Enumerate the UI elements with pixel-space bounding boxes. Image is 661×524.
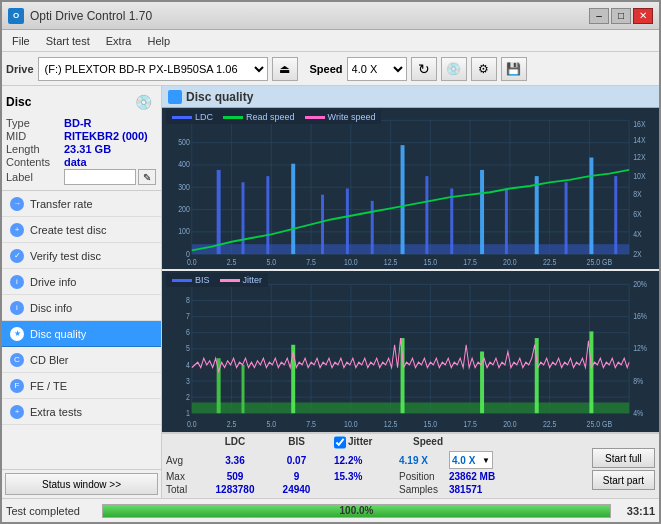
- disc-label-input[interactable]: [64, 169, 136, 185]
- nav-item-create-test-disc[interactable]: + Create test disc: [2, 217, 161, 243]
- svg-text:0.0: 0.0: [187, 419, 197, 429]
- verify-test-disc-icon: ✓: [10, 249, 24, 263]
- contents-value: data: [64, 156, 87, 168]
- menu-help[interactable]: Help: [139, 33, 178, 49]
- status-window-button[interactable]: Status window >>: [5, 473, 158, 495]
- svg-text:8X: 8X: [633, 189, 642, 199]
- total-label: Total: [166, 484, 201, 495]
- cd-bler-icon: C: [10, 353, 24, 367]
- svg-rect-22: [242, 182, 245, 254]
- start-part-button[interactable]: Start part: [592, 470, 655, 490]
- svg-text:3: 3: [186, 376, 190, 386]
- menu-bar: File Start test Extra Help: [2, 30, 659, 52]
- svg-rect-29: [425, 176, 428, 254]
- maximize-button[interactable]: □: [611, 8, 631, 24]
- svg-text:200: 200: [178, 204, 190, 214]
- disc-info-icon: i: [10, 301, 24, 315]
- drive-select[interactable]: (F:) PLEXTOR BD-R PX-LB950SA 1.06: [38, 57, 268, 81]
- avg-label: Avg: [166, 455, 201, 466]
- type-label: Type: [6, 117, 64, 129]
- svg-text:20%: 20%: [633, 279, 647, 289]
- disc-label-edit-button[interactable]: ✎: [138, 169, 156, 185]
- start-full-button[interactable]: Start full: [592, 448, 655, 468]
- nav-list: → Transfer rate + Create test disc ✓ Ver…: [2, 191, 161, 469]
- disc-quality-icon: ★: [10, 327, 24, 341]
- extra-tests-icon: +: [10, 405, 24, 419]
- drive-label: Drive: [6, 63, 34, 75]
- chart1-legend: LDC Read speed Write speed: [166, 110, 381, 124]
- svg-text:20.0: 20.0: [503, 258, 517, 268]
- svg-text:7.5: 7.5: [306, 419, 316, 429]
- nav-item-extra-tests[interactable]: + Extra tests: [2, 399, 161, 425]
- svg-rect-30: [450, 189, 453, 255]
- svg-text:22.5: 22.5: [543, 258, 557, 268]
- drive-info-icon: i: [10, 275, 24, 289]
- svg-text:22.5: 22.5: [543, 419, 557, 429]
- svg-rect-20: [192, 244, 629, 254]
- settings-button[interactable]: ⚙: [471, 57, 497, 81]
- nav-item-fe-te[interactable]: F FE / TE: [2, 373, 161, 399]
- svg-rect-92: [589, 331, 593, 413]
- nav-item-drive-info[interactable]: i Drive info: [2, 269, 161, 295]
- fe-te-icon: F: [10, 379, 24, 393]
- svg-text:10.0: 10.0: [344, 258, 358, 268]
- svg-text:12%: 12%: [633, 344, 647, 354]
- speed-header: Speed: [403, 436, 453, 449]
- mid-value: RITEKBR2 (000): [64, 130, 148, 142]
- chart2-svg: 1 2 3 4 5 6 7 8 9 4% 8% 12% 16% 20% 0.: [162, 271, 659, 432]
- svg-text:2.5: 2.5: [227, 258, 237, 268]
- app-icon: O: [8, 8, 24, 24]
- nav-item-cd-bler[interactable]: C CD Bler: [2, 347, 161, 373]
- svg-text:1: 1: [186, 408, 190, 418]
- nav-item-verify-test-disc[interactable]: ✓ Verify test disc: [2, 243, 161, 269]
- svg-text:16X: 16X: [633, 119, 646, 129]
- title-bar: O Opti Drive Control 1.70 – □ ✕: [2, 2, 659, 30]
- svg-text:25.0 GB: 25.0 GB: [587, 258, 613, 268]
- save-button[interactable]: 💾: [501, 57, 527, 81]
- speed-select-stats: 4.0 X ▼: [449, 451, 493, 469]
- menu-file[interactable]: File: [4, 33, 38, 49]
- drive-eject-button[interactable]: ⏏: [272, 57, 298, 81]
- svg-text:10.0: 10.0: [344, 419, 358, 429]
- speed-select[interactable]: 4.0 X: [347, 57, 407, 81]
- close-button[interactable]: ✕: [633, 8, 653, 24]
- create-test-disc-icon: +: [10, 223, 24, 237]
- menu-start-test[interactable]: Start test: [38, 33, 98, 49]
- nav-item-disc-quality[interactable]: ★ Disc quality: [2, 321, 161, 347]
- svg-rect-32: [505, 189, 508, 255]
- legend-ldc: LDC: [195, 112, 213, 122]
- jitter-checkbox[interactable]: [334, 436, 346, 449]
- svg-text:17.5: 17.5: [463, 419, 477, 429]
- svg-text:5.0: 5.0: [266, 258, 276, 268]
- svg-text:7.5: 7.5: [306, 258, 316, 268]
- menu-extra[interactable]: Extra: [98, 33, 140, 49]
- nav-item-disc-info[interactable]: i Disc info: [2, 295, 161, 321]
- minimize-button[interactable]: –: [589, 8, 609, 24]
- svg-rect-21: [217, 170, 221, 254]
- disc-section-title: Disc: [6, 95, 31, 109]
- refresh-button[interactable]: ↻: [411, 57, 437, 81]
- disc-label-label: Label: [6, 171, 64, 183]
- svg-text:15.0: 15.0: [424, 258, 438, 268]
- legend-write-speed: Write speed: [328, 112, 376, 122]
- disc-icon: 💿: [129, 90, 157, 114]
- svg-rect-34: [565, 182, 568, 254]
- ldc-header: LDC: [201, 436, 269, 449]
- svg-text:2X: 2X: [633, 249, 642, 259]
- scan-button[interactable]: 💿: [441, 57, 467, 81]
- samples-val: 381571: [449, 484, 504, 495]
- status-window-area: Status window >>: [2, 469, 161, 498]
- svg-rect-35: [589, 158, 593, 255]
- svg-rect-85: [192, 402, 629, 413]
- max-bis: 9: [269, 471, 324, 482]
- legend-bis: BIS: [195, 275, 210, 285]
- chart-header: Disc quality: [162, 86, 659, 108]
- speed-label: Speed: [310, 63, 343, 75]
- svg-rect-27: [371, 201, 374, 254]
- length-label: Length: [6, 143, 64, 155]
- max-ldc: 509: [201, 471, 269, 482]
- nav-item-transfer-rate[interactable]: → Transfer rate: [2, 191, 161, 217]
- svg-text:2.5: 2.5: [227, 419, 237, 429]
- avg-speed: 4.19 X: [399, 455, 449, 466]
- avg-ldc: 3.36: [201, 455, 269, 466]
